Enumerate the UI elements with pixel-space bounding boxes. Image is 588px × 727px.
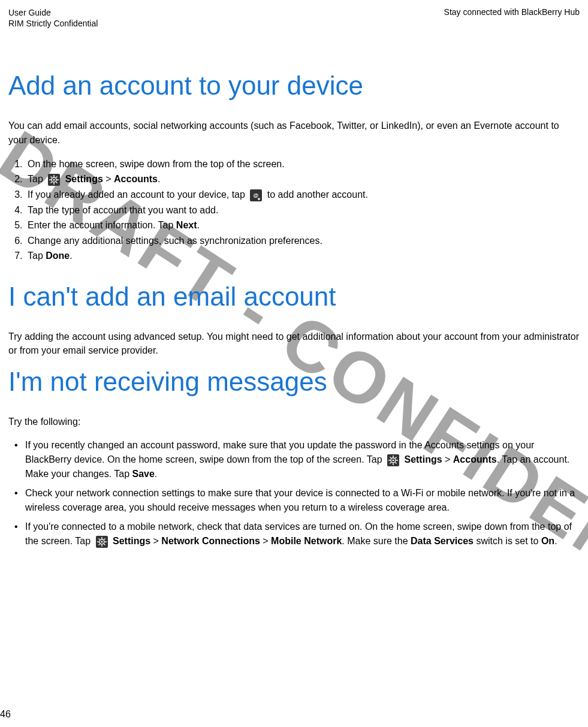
step-5-period: . <box>197 220 200 230</box>
bullet-2: Check your network connection settings t… <box>25 486 580 515</box>
b1-accounts-label: Accounts <box>453 454 497 464</box>
step-2-accounts-label: Accounts <box>114 174 158 184</box>
b3-text-g: . Make sure the <box>342 536 411 546</box>
b3-on-label: On <box>541 536 554 546</box>
step-2: Tap Settings > Accounts. <box>25 171 580 187</box>
step-2-separator: > <box>103 174 114 184</box>
svg-point-28 <box>101 541 102 543</box>
troubleshoot-list: If you recently changed an account passw… <box>8 438 580 548</box>
step-4: Tap the type of account that you want to… <box>25 203 580 218</box>
b3-sep2: > <box>260 536 271 546</box>
section-title-cant-add: I can't add an email account <box>8 282 580 312</box>
svg-text:@: @ <box>254 192 259 198</box>
b3-data-services-label: Data Services <box>411 536 474 546</box>
intro-paragraph: You can add email accounts, social netwo… <box>8 119 580 146</box>
step-6: Change any additional settings, such as … <box>25 233 580 249</box>
step-1: On the home screen, swipe down from the … <box>25 156 580 172</box>
step-3-text-b: to add another account. <box>264 189 368 200</box>
step-2-settings-label: Settings <box>62 174 103 184</box>
b1-save-label: Save <box>132 469 154 479</box>
step-7: Tap Done. <box>25 248 580 264</box>
b1-period: . <box>155 469 157 479</box>
b1-settings-label: Settings <box>402 454 442 464</box>
step-7-text-a: Tap <box>28 251 46 261</box>
bullet-3: If you're connected to a mobile network,… <box>25 520 580 548</box>
step-7-done-label: Done <box>46 251 70 261</box>
section3-intro: Try the following: <box>8 415 580 429</box>
confidentiality-note: RIM Strictly Confidential <box>8 18 98 29</box>
svg-point-17 <box>393 460 394 461</box>
section-title-add-account: Add an account to your device <box>8 71 580 101</box>
header-left: User Guide RIM Strictly Confidential <box>8 7 98 29</box>
step-3-text-a: If you already added an account to your … <box>28 189 248 200</box>
step-5-text-a: Enter the account information. Tap <box>28 220 176 230</box>
b3-settings-label: Settings <box>110 536 151 546</box>
b3-mobile-network-label: Mobile Network <box>271 536 342 546</box>
step-2-period: . <box>158 174 160 184</box>
add-account-icon: @ <box>250 189 262 201</box>
b3-text-i: switch is set to <box>474 536 541 546</box>
steps-list: On the home screen, swipe down from the … <box>8 156 580 264</box>
step-2-text-a: Tap <box>28 174 46 184</box>
settings-gear-icon <box>96 536 108 548</box>
step-5-next-label: Next <box>176 220 197 230</box>
page-header: User Guide RIM Strictly Confidential Sta… <box>8 7 580 29</box>
bullet-1: If you recently changed an account passw… <box>25 438 580 481</box>
step-7-period: . <box>70 251 72 261</box>
settings-gear-icon <box>48 174 60 186</box>
b1-sep: > <box>442 454 453 464</box>
settings-gear-icon <box>387 454 399 466</box>
header-right: Stay connected with BlackBerry Hub <box>444 7 580 17</box>
doc-title: User Guide <box>8 7 98 18</box>
section-title-not-receiving: I'm not receiving messages <box>8 367 580 397</box>
section2-paragraph: Try adding the account using advanced se… <box>8 330 580 357</box>
b3-period: . <box>554 536 557 546</box>
step-5: Enter the account information. Tap Next. <box>25 218 580 233</box>
page-number: 46 <box>0 709 11 720</box>
b3-sep1: > <box>150 536 161 546</box>
step-3: If you already added an account to your … <box>25 187 580 203</box>
b3-network-connections-label: Network Connections <box>161 536 260 546</box>
svg-point-2 <box>53 179 55 181</box>
